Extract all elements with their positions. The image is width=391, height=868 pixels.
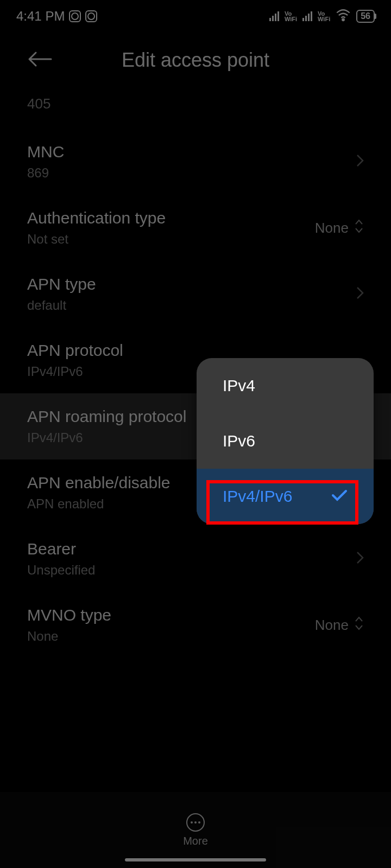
- setting-row-mvno-type[interactable]: MVNO type None None: [27, 592, 364, 658]
- updown-icon: [354, 219, 364, 238]
- mvno-type-label: MVNO type: [27, 606, 315, 624]
- status-left: 4:41 PM: [16, 9, 97, 24]
- page-title: Edit access point: [52, 49, 339, 72]
- bearer-value: Unspecified: [27, 563, 356, 578]
- more-icon[interactable]: [186, 813, 205, 832]
- home-indicator[interactable]: [125, 858, 266, 861]
- dropdown-item-ipv4[interactable]: IPv4: [197, 358, 374, 413]
- setting-row-auth-type[interactable]: Authentication type Not set None: [27, 195, 364, 261]
- mvno-type-value: None: [27, 629, 315, 644]
- chevron-right-icon: [356, 286, 364, 302]
- apn-type-label: APN type: [27, 275, 356, 293]
- chevron-right-icon: [356, 154, 364, 169]
- more-label: More: [183, 835, 208, 847]
- wifi-icon: [336, 7, 351, 25]
- auth-label: Authentication type: [27, 209, 315, 227]
- dropdown-item-label: IPv6: [223, 432, 255, 450]
- back-arrow-icon[interactable]: [27, 51, 52, 69]
- check-icon: [331, 487, 348, 506]
- status-time: 4:41 PM: [16, 9, 65, 24]
- header: Edit access point: [0, 33, 391, 93]
- svg-point-0: [342, 19, 344, 21]
- signal-icon: [269, 11, 279, 21]
- setting-row-apn-type[interactable]: APN type default: [27, 261, 364, 327]
- vo-wifi-label: Vo WiFi: [285, 11, 297, 22]
- mcc-value: 405: [27, 95, 364, 112]
- updown-icon: [354, 616, 364, 635]
- setting-row-bearer[interactable]: Bearer Unspecified: [27, 526, 364, 592]
- bottom-action-bar: More: [0, 792, 391, 868]
- dropdown-item-ipv6[interactable]: IPv6: [197, 413, 374, 469]
- vo-wifi-label: Vo WiFi: [318, 11, 330, 22]
- mvno-type-extra: None: [315, 617, 349, 634]
- setting-row-mcc[interactable]: 405: [27, 93, 364, 129]
- apn-roaming-dropdown: IPv4 IPv6 IPv4/IPv6: [197, 358, 374, 524]
- dropdown-item-label: IPv4/IPv6: [223, 487, 292, 506]
- instagram-icon: [85, 10, 97, 22]
- mnc-value: 869: [27, 165, 356, 181]
- mvno-value-label-partial[interactable]: MVNO value: [27, 658, 364, 672]
- auth-value: Not set: [27, 232, 315, 247]
- apn-protocol-label: APN protocol: [27, 341, 364, 360]
- mnc-label: MNC: [27, 143, 356, 161]
- setting-row-mnc[interactable]: MNC 869: [27, 129, 364, 195]
- signal-icon: [302, 11, 312, 21]
- chevron-right-icon: [356, 551, 364, 566]
- battery-icon: 56: [356, 10, 375, 23]
- bearer-label: Bearer: [27, 540, 356, 558]
- instagram-icon: [69, 10, 81, 22]
- dropdown-item-ipv4ipv6[interactable]: IPv4/IPv6: [197, 469, 374, 524]
- status-bar: 4:41 PM Vo WiFi Vo WiFi 56: [0, 0, 391, 33]
- auth-extra: None: [315, 220, 349, 237]
- dropdown-item-label: IPv4: [223, 376, 255, 395]
- status-right: Vo WiFi Vo WiFi 56: [269, 7, 375, 25]
- apn-type-value: default: [27, 298, 356, 313]
